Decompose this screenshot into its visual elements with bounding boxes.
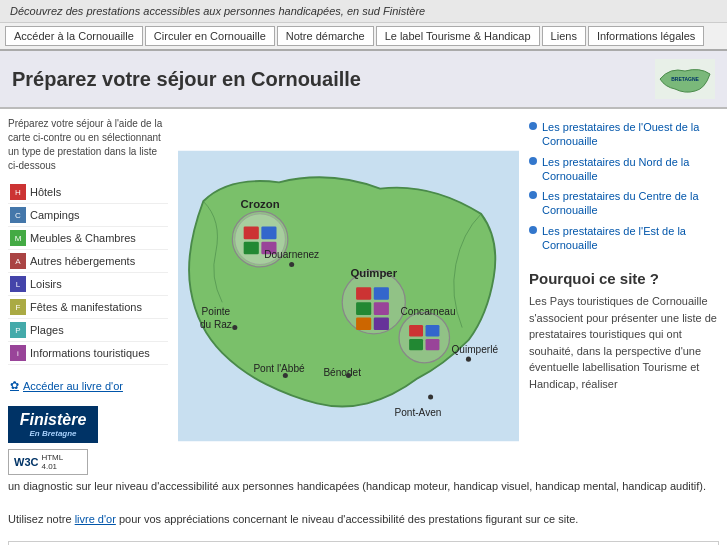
region-link-3[interactable]: Les prestataires de l'Est de la Cornouai… xyxy=(529,221,719,256)
svg-rect-17 xyxy=(409,325,423,336)
hotel-icon: H xyxy=(10,184,26,200)
listing-cards: ♿ 🦻 TOURISME & HANDICAP Voir la fiche > … xyxy=(0,536,727,546)
menu-item-plages[interactable]: P Plages xyxy=(8,319,168,342)
map-area: Crozon Douarnenez Pointe du Raz Pont l'A… xyxy=(178,117,519,475)
svg-point-35 xyxy=(428,395,433,400)
autres-icon: A xyxy=(10,253,26,269)
svg-rect-19 xyxy=(409,339,423,350)
nav-item-3[interactable]: Le label Tourisme & Handicap xyxy=(376,26,540,46)
nav-item-1[interactable]: Circuler en Cornouaille xyxy=(145,26,275,46)
menu-item-hotels[interactable]: H Hôtels xyxy=(8,181,168,204)
bottom-text2-suffix: pour vos appréciations concernant le niv… xyxy=(116,513,579,525)
svg-rect-7 xyxy=(244,242,259,255)
svg-rect-10 xyxy=(356,287,371,300)
banner-text: Découvrez des prestations accessibles au… xyxy=(10,5,425,17)
svg-text:Douarnenez: Douarnenez xyxy=(264,249,319,260)
right-panel: Les prestataires de l'Ouest de la Cornou… xyxy=(529,117,719,475)
content-area: Préparez votre séjour à l'aide de la car… xyxy=(0,109,727,483)
svg-text:Bénodet: Bénodet xyxy=(323,367,361,378)
bretagne-logo: BRETAGNE xyxy=(655,59,715,99)
menu-label-hotels: Hôtels xyxy=(30,186,61,198)
svg-point-36 xyxy=(466,357,471,362)
nav-bar: Accéder à la Cornouaille Circuler en Cor… xyxy=(0,23,727,51)
svg-text:BRETAGNE: BRETAGNE xyxy=(671,76,699,82)
svg-point-33 xyxy=(283,373,288,378)
info-icon: i xyxy=(10,345,26,361)
menu-label-info: Informations touristiques xyxy=(30,347,150,359)
svg-text:Crozon: Crozon xyxy=(241,198,280,210)
menu-label-loisirs: Loisirs xyxy=(30,278,62,290)
main-wrapper: Préparez votre séjour en Cornouaille BRE… xyxy=(0,51,727,545)
svg-point-32 xyxy=(232,325,237,330)
menu-item-autres[interactable]: A Autres hébergements xyxy=(8,250,168,273)
region-label-0: Les prestataires de l'Ouest de la Cornou… xyxy=(542,120,719,149)
menu-item-loisirs[interactable]: L Loisirs xyxy=(8,273,168,296)
menu-label-autres: Autres hébergements xyxy=(30,255,135,267)
bottom-text2-prefix: Utilisez notre xyxy=(8,513,75,525)
region-link-1[interactable]: Les prestataires du Nord de la Cornouail… xyxy=(529,152,719,187)
top-banner: Découvrez des prestations accessibles au… xyxy=(0,0,727,23)
cornouaille-map[interactable]: Crozon Douarnenez Pointe du Raz Pont l'A… xyxy=(178,117,519,475)
dot-2 xyxy=(529,191,537,199)
menu-label-campings: Campings xyxy=(30,209,80,221)
bottom-text1: un diagnostic sur leur niveau d'accessib… xyxy=(8,480,706,492)
menu-label-meubles: Meubles & Chambres xyxy=(30,232,136,244)
dot-0 xyxy=(529,122,537,130)
fetes-icon: F xyxy=(10,299,26,315)
livre-or-link[interactable]: ✿ Accéder au livre d'or xyxy=(8,375,168,396)
plages-icon: P xyxy=(10,322,26,338)
listing-card-0: ♿ 🦻 TOURISME & HANDICAP Voir la fiche > … xyxy=(8,541,719,546)
meuble-icon: M xyxy=(10,230,26,246)
svg-rect-14 xyxy=(356,317,371,330)
svg-point-16 xyxy=(399,312,450,363)
nav-item-2[interactable]: Notre démarche xyxy=(277,26,374,46)
pourquoi-title: Pourquoi ce site ? xyxy=(529,270,719,287)
svg-rect-13 xyxy=(374,302,389,315)
sidebar-menu: H Hôtels C Campings M Meubles & Chambres… xyxy=(8,181,168,365)
svg-point-34 xyxy=(346,373,351,378)
nav-item-0[interactable]: Accéder à la Cornouaille xyxy=(5,26,143,46)
nav-item-5[interactable]: Informations légales xyxy=(588,26,704,46)
menu-label-plages: Plages xyxy=(30,324,64,336)
camping-icon: C xyxy=(10,207,26,223)
sidebar: Préparez votre séjour à l'aide de la car… xyxy=(8,117,168,475)
svg-text:Quimper: Quimper xyxy=(350,267,397,279)
sidebar-description: Préparez votre séjour à l'aide de la car… xyxy=(8,117,168,173)
region-link-2[interactable]: Les prestataires du Centre de la Cornoua… xyxy=(529,186,719,221)
sidebar-logos: Finistère En Bretagne W3C HTML4.01 xyxy=(8,406,168,475)
svg-rect-12 xyxy=(356,302,371,315)
dot-3 xyxy=(529,226,537,234)
svg-text:Pont-Aven: Pont-Aven xyxy=(394,407,441,418)
bottom-description: un diagnostic sur leur niveau d'accessib… xyxy=(0,478,727,536)
pourquoi-section: Pourquoi ce site ? Les Pays touristiques… xyxy=(529,270,719,392)
page-header: Préparez votre séjour en Cornouaille BRE… xyxy=(0,51,727,109)
page-title: Préparez votre séjour en Cornouaille xyxy=(12,68,361,91)
menu-item-meubles[interactable]: M Meubles & Chambres xyxy=(8,227,168,250)
nav-item-4[interactable]: Liens xyxy=(542,26,586,46)
svg-rect-6 xyxy=(261,227,276,240)
svg-text:Quimperlé: Quimperlé xyxy=(452,344,499,355)
region-links: Les prestataires de l'Ouest de la Cornou… xyxy=(529,117,719,255)
svg-rect-15 xyxy=(374,317,389,330)
svg-rect-20 xyxy=(426,339,440,350)
svg-text:du Raz: du Raz xyxy=(200,319,232,330)
finistere-sub: En Bretagne xyxy=(13,429,93,438)
region-link-0[interactable]: Les prestataires de l'Ouest de la Cornou… xyxy=(529,117,719,152)
region-label-2: Les prestataires du Centre de la Cornoua… xyxy=(542,189,719,218)
bottom-livre-or-link[interactable]: livre d'or xyxy=(75,513,116,525)
menu-item-campings[interactable]: C Campings xyxy=(8,204,168,227)
svg-text:Concarneau: Concarneau xyxy=(401,306,456,317)
svg-point-31 xyxy=(289,262,294,267)
svg-rect-5 xyxy=(244,227,259,240)
pourquoi-text: Les Pays touristiques de Cornouaille s'a… xyxy=(529,293,719,392)
menu-item-fetes[interactable]: F Fêtes & manifestations xyxy=(8,296,168,319)
menu-label-fetes: Fêtes & manifestations xyxy=(30,301,142,313)
svg-text:Pointe: Pointe xyxy=(202,306,231,317)
menu-item-info[interactable]: i Informations touristiques xyxy=(8,342,168,365)
svg-rect-18 xyxy=(426,325,440,336)
svg-text:Pont l'Abbé: Pont l'Abbé xyxy=(253,363,305,374)
region-label-3: Les prestataires de l'Est de la Cornouai… xyxy=(542,224,719,253)
livre-or-icon: ✿ xyxy=(10,379,19,392)
svg-point-9 xyxy=(342,271,405,334)
finistere-logo: Finistère En Bretagne xyxy=(8,406,98,443)
